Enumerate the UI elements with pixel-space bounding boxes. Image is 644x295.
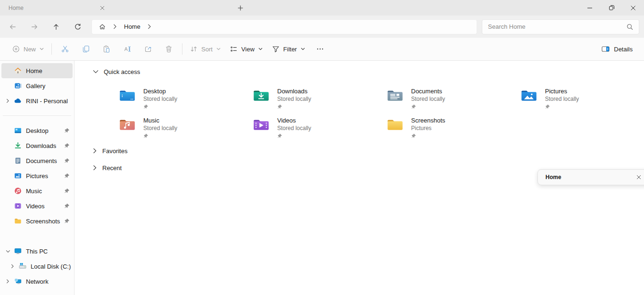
sidebar-item-documents[interactable]: Documents bbox=[1, 153, 73, 168]
details-pane-icon bbox=[602, 45, 610, 53]
details-pane-button[interactable]: Details bbox=[598, 41, 636, 57]
tab-close-button[interactable] bbox=[97, 3, 107, 13]
sidebar-item-this-pc[interactable]: This PC bbox=[1, 244, 73, 259]
expand-chevron[interactable] bbox=[1, 274, 14, 289]
forward-button[interactable] bbox=[24, 18, 45, 35]
sidebar-spacer bbox=[0, 229, 74, 244]
tile-text: Downloads Stored locally bbox=[277, 88, 311, 115]
tile-text: Screenshots Pictures bbox=[411, 117, 445, 144]
filter-button-label: Filter bbox=[283, 46, 297, 53]
sidebar-item-videos[interactable]: Videos bbox=[1, 198, 73, 213]
search-box[interactable] bbox=[482, 19, 639, 34]
home-flyout: Home bbox=[537, 169, 644, 185]
tile-pictures[interactable]: Pictures Stored locally bbox=[521, 88, 644, 115]
tile-music[interactable]: Music Stored locally bbox=[119, 117, 253, 144]
sidebar-item-desktop[interactable]: Desktop bbox=[1, 123, 73, 138]
search-input[interactable] bbox=[488, 23, 627, 30]
chevron-down-icon bbox=[301, 48, 305, 50]
home-icon[interactable] bbox=[99, 23, 106, 31]
section-quick-access[interactable]: Quick access bbox=[74, 67, 644, 76]
chevron-down-icon[interactable] bbox=[93, 70, 99, 74]
rename-button[interactable] bbox=[117, 41, 138, 57]
chevron-right-icon[interactable] bbox=[113, 24, 117, 29]
tile-screenshots[interactable]: Screenshots Pictures bbox=[387, 117, 521, 144]
chevron-slot bbox=[1, 183, 14, 198]
section-label: Favorites bbox=[102, 148, 127, 155]
tile-desktop[interactable]: Desktop Stored locally bbox=[119, 88, 253, 115]
chevron-right-icon[interactable] bbox=[148, 24, 151, 29]
breadcrumb-home[interactable]: Home bbox=[124, 23, 140, 30]
paste-button[interactable] bbox=[96, 41, 117, 57]
sidebar-item-home[interactable]: Home bbox=[1, 63, 73, 78]
close-window-button[interactable] bbox=[622, 0, 644, 16]
tile-name: Downloads bbox=[277, 88, 311, 95]
tile-name: Music bbox=[143, 117, 177, 124]
restore-button[interactable] bbox=[601, 0, 622, 16]
tile-name: Pictures bbox=[545, 88, 579, 95]
tile-text: Videos Stored locally bbox=[277, 117, 311, 144]
tile-downloads[interactable]: Downloads Stored locally bbox=[253, 88, 387, 115]
refresh-button[interactable] bbox=[67, 18, 89, 35]
new-tab-button[interactable] bbox=[235, 2, 246, 14]
share-icon bbox=[144, 45, 152, 53]
address-bar[interactable]: Home bbox=[91, 19, 477, 34]
tile-documents[interactable]: Documents Stored locally bbox=[387, 88, 521, 115]
sidebar-item-label: Music bbox=[26, 188, 64, 195]
title-bar: Home bbox=[0, 0, 644, 16]
chevron-slot bbox=[1, 63, 14, 78]
back-button[interactable] bbox=[2, 18, 24, 35]
tile-subtitle: Stored locally bbox=[277, 125, 311, 132]
sidebar-item-gallery[interactable]: Gallery bbox=[1, 78, 73, 93]
pin-icon bbox=[411, 104, 416, 109]
sidebar-item-local-disk-c[interactable]: Local Disk (C:) bbox=[1, 259, 73, 274]
sort-button[interactable]: Sort bbox=[185, 41, 225, 57]
sidebar-item-onedrive[interactable]: RINI - Personal bbox=[1, 93, 73, 108]
home-icon bbox=[14, 67, 22, 74]
filter-button[interactable]: Filter bbox=[267, 41, 310, 57]
section-favorites[interactable]: Favorites bbox=[74, 146, 644, 156]
desktop-icon bbox=[14, 127, 22, 134]
minimize-button[interactable] bbox=[579, 0, 601, 16]
chevron-slot bbox=[1, 168, 14, 183]
chevron-right-icon[interactable] bbox=[93, 165, 97, 171]
back-arrow-icon bbox=[9, 23, 17, 31]
tile-subtitle: Pictures bbox=[411, 125, 445, 132]
expand-chevron[interactable] bbox=[1, 93, 14, 108]
new-button[interactable]: New bbox=[8, 41, 49, 57]
sidebar-item-label: RINI - Personal bbox=[26, 98, 73, 105]
tile-videos[interactable]: Videos Stored locally bbox=[253, 117, 387, 144]
more-options-button[interactable] bbox=[310, 41, 330, 57]
close-icon bbox=[636, 175, 641, 180]
tile-text: Music Stored locally bbox=[143, 117, 177, 144]
view-button[interactable]: View bbox=[225, 41, 267, 57]
expand-chevron[interactable] bbox=[6, 259, 19, 274]
pin-icon bbox=[411, 133, 416, 139]
pin-icon bbox=[143, 133, 149, 139]
sidebar-item-pictures[interactable]: Pictures bbox=[1, 168, 73, 183]
ellipsis-icon bbox=[316, 45, 324, 53]
flyout-close-button[interactable] bbox=[634, 172, 644, 182]
file-explorer-window: Home bbox=[0, 0, 644, 295]
delete-button[interactable] bbox=[158, 41, 179, 57]
tile-name: Documents bbox=[411, 88, 445, 95]
pin-icon bbox=[277, 104, 282, 109]
sidebar-item-music[interactable]: Music bbox=[1, 183, 73, 198]
close-icon bbox=[631, 6, 636, 10]
chevron-right-icon[interactable] bbox=[93, 148, 97, 154]
filter-funnel-icon bbox=[272, 45, 280, 53]
copy-button[interactable] bbox=[75, 41, 96, 57]
share-button[interactable] bbox=[138, 41, 158, 57]
sidebar-item-label: Gallery bbox=[26, 82, 73, 90]
tile-name: Desktop bbox=[143, 88, 177, 95]
collapse-chevron[interactable] bbox=[1, 244, 14, 259]
cut-button[interactable] bbox=[55, 41, 75, 57]
up-button[interactable] bbox=[45, 18, 67, 35]
tab-home[interactable]: Home bbox=[0, 0, 113, 16]
local-disk-icon bbox=[19, 262, 26, 270]
chevron-right-icon bbox=[6, 98, 10, 103]
sidebar-item-screenshots[interactable]: Screenshots bbox=[1, 213, 73, 229]
sidebar-item-network[interactable]: Network bbox=[1, 274, 73, 289]
chevron-down-icon bbox=[258, 48, 263, 50]
sidebar-item-downloads[interactable]: Downloads bbox=[1, 138, 73, 153]
downloads-folder-icon bbox=[253, 89, 269, 102]
